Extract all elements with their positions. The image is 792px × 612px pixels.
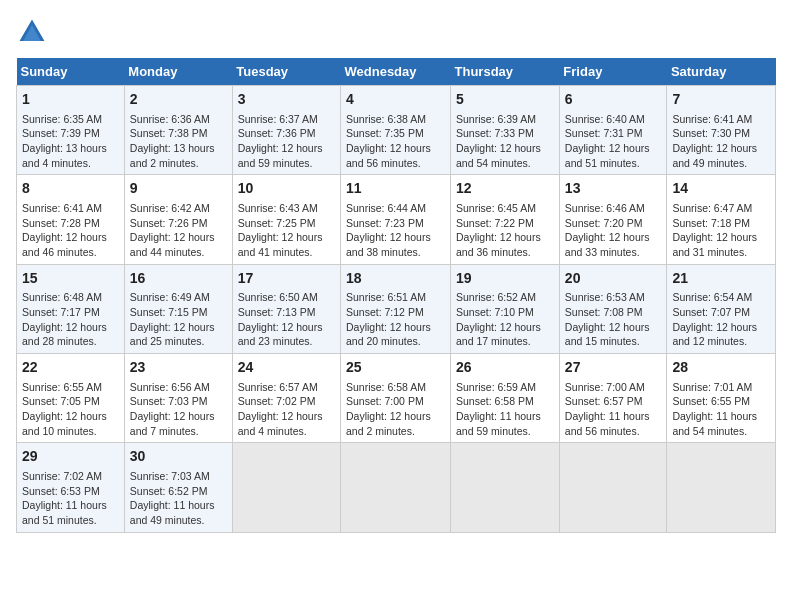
calendar-cell: 30Sunrise: 7:03 AMSunset: 6:52 PMDayligh… <box>124 443 232 532</box>
day-number: 19 <box>456 269 554 289</box>
day-number: 1 <box>22 90 119 110</box>
day-number: 9 <box>130 179 227 199</box>
day-info: Sunrise: 6:42 AMSunset: 7:26 PMDaylight:… <box>130 201 227 260</box>
calendar-row: 22Sunrise: 6:55 AMSunset: 7:05 PMDayligh… <box>17 354 776 443</box>
calendar-cell: 4Sunrise: 6:38 AMSunset: 7:35 PMDaylight… <box>341 86 451 175</box>
day-number: 26 <box>456 358 554 378</box>
day-number: 16 <box>130 269 227 289</box>
day-info: Sunrise: 6:49 AMSunset: 7:15 PMDaylight:… <box>130 290 227 349</box>
day-info: Sunrise: 6:56 AMSunset: 7:03 PMDaylight:… <box>130 380 227 439</box>
day-info: Sunrise: 6:40 AMSunset: 7:31 PMDaylight:… <box>565 112 662 171</box>
calendar-cell <box>232 443 340 532</box>
day-number: 24 <box>238 358 335 378</box>
day-number: 27 <box>565 358 662 378</box>
calendar-cell: 22Sunrise: 6:55 AMSunset: 7:05 PMDayligh… <box>17 354 125 443</box>
logo <box>16 16 52 48</box>
day-number: 15 <box>22 269 119 289</box>
day-number: 13 <box>565 179 662 199</box>
calendar-cell: 20Sunrise: 6:53 AMSunset: 7:08 PMDayligh… <box>559 264 667 353</box>
calendar-cell: 1Sunrise: 6:35 AMSunset: 7:39 PMDaylight… <box>17 86 125 175</box>
day-info: Sunrise: 6:38 AMSunset: 7:35 PMDaylight:… <box>346 112 445 171</box>
day-info: Sunrise: 7:02 AMSunset: 6:53 PMDaylight:… <box>22 469 119 528</box>
day-info: Sunrise: 6:44 AMSunset: 7:23 PMDaylight:… <box>346 201 445 260</box>
calendar-cell: 3Sunrise: 6:37 AMSunset: 7:36 PMDaylight… <box>232 86 340 175</box>
day-number: 4 <box>346 90 445 110</box>
day-info: Sunrise: 6:45 AMSunset: 7:22 PMDaylight:… <box>456 201 554 260</box>
day-number: 22 <box>22 358 119 378</box>
day-header-tuesday: Tuesday <box>232 58 340 86</box>
day-info: Sunrise: 6:37 AMSunset: 7:36 PMDaylight:… <box>238 112 335 171</box>
day-info: Sunrise: 6:47 AMSunset: 7:18 PMDaylight:… <box>672 201 770 260</box>
page-header <box>16 16 776 48</box>
day-info: Sunrise: 7:01 AMSunset: 6:55 PMDaylight:… <box>672 380 770 439</box>
day-number: 8 <box>22 179 119 199</box>
day-info: Sunrise: 6:43 AMSunset: 7:25 PMDaylight:… <box>238 201 335 260</box>
day-info: Sunrise: 6:51 AMSunset: 7:12 PMDaylight:… <box>346 290 445 349</box>
calendar-cell: 11Sunrise: 6:44 AMSunset: 7:23 PMDayligh… <box>341 175 451 264</box>
day-number: 18 <box>346 269 445 289</box>
day-number: 11 <box>346 179 445 199</box>
day-info: Sunrise: 6:54 AMSunset: 7:07 PMDaylight:… <box>672 290 770 349</box>
calendar-cell: 19Sunrise: 6:52 AMSunset: 7:10 PMDayligh… <box>451 264 560 353</box>
day-info: Sunrise: 6:46 AMSunset: 7:20 PMDaylight:… <box>565 201 662 260</box>
day-number: 6 <box>565 90 662 110</box>
calendar-table: SundayMondayTuesdayWednesdayThursdayFrid… <box>16 58 776 533</box>
day-number: 2 <box>130 90 227 110</box>
calendar-row: 8Sunrise: 6:41 AMSunset: 7:28 PMDaylight… <box>17 175 776 264</box>
calendar-cell <box>667 443 776 532</box>
header-row: SundayMondayTuesdayWednesdayThursdayFrid… <box>17 58 776 86</box>
calendar-cell: 28Sunrise: 7:01 AMSunset: 6:55 PMDayligh… <box>667 354 776 443</box>
calendar-cell: 26Sunrise: 6:59 AMSunset: 6:58 PMDayligh… <box>451 354 560 443</box>
day-info: Sunrise: 6:59 AMSunset: 6:58 PMDaylight:… <box>456 380 554 439</box>
calendar-cell: 12Sunrise: 6:45 AMSunset: 7:22 PMDayligh… <box>451 175 560 264</box>
calendar-cell: 10Sunrise: 6:43 AMSunset: 7:25 PMDayligh… <box>232 175 340 264</box>
day-header-saturday: Saturday <box>667 58 776 86</box>
day-info: Sunrise: 7:03 AMSunset: 6:52 PMDaylight:… <box>130 469 227 528</box>
day-info: Sunrise: 6:50 AMSunset: 7:13 PMDaylight:… <box>238 290 335 349</box>
calendar-cell: 2Sunrise: 6:36 AMSunset: 7:38 PMDaylight… <box>124 86 232 175</box>
calendar-row: 1Sunrise: 6:35 AMSunset: 7:39 PMDaylight… <box>17 86 776 175</box>
calendar-cell: 5Sunrise: 6:39 AMSunset: 7:33 PMDaylight… <box>451 86 560 175</box>
calendar-row: 29Sunrise: 7:02 AMSunset: 6:53 PMDayligh… <box>17 443 776 532</box>
day-info: Sunrise: 6:36 AMSunset: 7:38 PMDaylight:… <box>130 112 227 171</box>
day-info: Sunrise: 6:58 AMSunset: 7:00 PMDaylight:… <box>346 380 445 439</box>
day-info: Sunrise: 6:41 AMSunset: 7:28 PMDaylight:… <box>22 201 119 260</box>
day-info: Sunrise: 7:00 AMSunset: 6:57 PMDaylight:… <box>565 380 662 439</box>
calendar-cell: 14Sunrise: 6:47 AMSunset: 7:18 PMDayligh… <box>667 175 776 264</box>
day-info: Sunrise: 6:35 AMSunset: 7:39 PMDaylight:… <box>22 112 119 171</box>
day-header-sunday: Sunday <box>17 58 125 86</box>
calendar-cell <box>341 443 451 532</box>
day-number: 29 <box>22 447 119 467</box>
day-header-wednesday: Wednesday <box>341 58 451 86</box>
day-info: Sunrise: 6:53 AMSunset: 7:08 PMDaylight:… <box>565 290 662 349</box>
calendar-cell: 8Sunrise: 6:41 AMSunset: 7:28 PMDaylight… <box>17 175 125 264</box>
day-number: 10 <box>238 179 335 199</box>
day-number: 25 <box>346 358 445 378</box>
day-number: 20 <box>565 269 662 289</box>
day-number: 5 <box>456 90 554 110</box>
day-header-friday: Friday <box>559 58 667 86</box>
day-number: 21 <box>672 269 770 289</box>
day-number: 14 <box>672 179 770 199</box>
day-number: 12 <box>456 179 554 199</box>
calendar-cell <box>559 443 667 532</box>
calendar-cell: 9Sunrise: 6:42 AMSunset: 7:26 PMDaylight… <box>124 175 232 264</box>
day-number: 30 <box>130 447 227 467</box>
calendar-row: 15Sunrise: 6:48 AMSunset: 7:17 PMDayligh… <box>17 264 776 353</box>
calendar-cell: 16Sunrise: 6:49 AMSunset: 7:15 PMDayligh… <box>124 264 232 353</box>
calendar-cell: 15Sunrise: 6:48 AMSunset: 7:17 PMDayligh… <box>17 264 125 353</box>
day-header-thursday: Thursday <box>451 58 560 86</box>
day-info: Sunrise: 6:55 AMSunset: 7:05 PMDaylight:… <box>22 380 119 439</box>
day-number: 3 <box>238 90 335 110</box>
calendar-cell: 27Sunrise: 7:00 AMSunset: 6:57 PMDayligh… <box>559 354 667 443</box>
calendar-cell: 7Sunrise: 6:41 AMSunset: 7:30 PMDaylight… <box>667 86 776 175</box>
calendar-cell: 18Sunrise: 6:51 AMSunset: 7:12 PMDayligh… <box>341 264 451 353</box>
day-header-monday: Monday <box>124 58 232 86</box>
day-number: 7 <box>672 90 770 110</box>
calendar-cell: 13Sunrise: 6:46 AMSunset: 7:20 PMDayligh… <box>559 175 667 264</box>
day-number: 28 <box>672 358 770 378</box>
calendar-cell: 29Sunrise: 7:02 AMSunset: 6:53 PMDayligh… <box>17 443 125 532</box>
day-info: Sunrise: 6:48 AMSunset: 7:17 PMDaylight:… <box>22 290 119 349</box>
calendar-cell: 6Sunrise: 6:40 AMSunset: 7:31 PMDaylight… <box>559 86 667 175</box>
calendar-cell: 24Sunrise: 6:57 AMSunset: 7:02 PMDayligh… <box>232 354 340 443</box>
